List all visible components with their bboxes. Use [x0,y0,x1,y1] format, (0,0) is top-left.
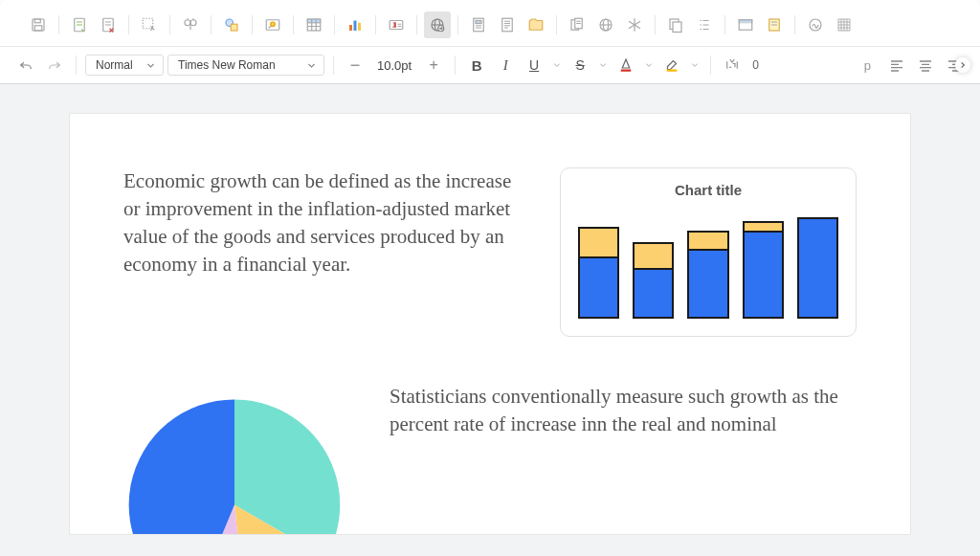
bar-chart-bars [578,217,838,319]
bold-button[interactable]: B [464,53,489,78]
form-icon[interactable] [66,11,93,38]
undo-icon[interactable] [13,53,38,78]
signature-icon[interactable] [802,11,829,38]
bar-3 [687,231,728,319]
svg-rect-35 [667,70,678,72]
svg-rect-31 [739,20,752,23]
font-color-button[interactable] [613,53,638,78]
folder-icon[interactable] [523,11,549,38]
chevron-down-icon [146,61,155,70]
strikethrough-button[interactable]: S [568,53,592,78]
separator [169,15,170,34]
document-page[interactable]: Economic growth can be defined as the in… [69,113,911,535]
bar-4 [743,221,784,319]
bar-5 [797,217,838,319]
separator [375,15,376,34]
svg-rect-2 [34,26,42,31]
separator [457,15,458,34]
paragraph-style-dropdown[interactable]: Normal [85,55,164,76]
remove-formatting-icon[interactable] [95,11,122,38]
font-family-value: Times New Roman [178,58,276,72]
svg-rect-23 [502,18,513,32]
svg-rect-17 [390,21,403,30]
svg-rect-14 [349,25,352,31]
font-color-dropdown-icon[interactable] [642,53,656,78]
separator [655,15,656,34]
svg-rect-13 [307,19,321,23]
insert-textbox-icon[interactable] [383,11,410,38]
svg-rect-16 [358,23,361,31]
insert-table-icon[interactable] [301,11,327,38]
align-center-icon[interactable] [913,53,938,78]
separator [455,56,456,75]
highlight-dropdown-icon[interactable] [688,53,702,78]
embedded-pie-chart[interactable] [123,383,345,534]
redo-icon[interactable] [42,53,67,78]
page-layout-icon[interactable] [465,11,492,38]
underline-button[interactable]: U [522,53,546,78]
decrease-size-icon[interactable]: − [343,53,368,78]
separator [416,15,417,34]
insert-image-icon[interactable] [259,11,286,38]
separator [794,15,795,34]
separator [710,56,711,75]
pages-icon[interactable] [564,11,590,38]
grid-icon[interactable] [831,11,858,38]
list-icon[interactable] [691,11,718,38]
spacing-value: 0 [748,58,763,72]
separator [76,56,77,75]
highlight-button[interactable] [659,53,684,78]
svg-rect-29 [673,22,681,33]
embedded-bar-chart[interactable]: Chart title [560,167,857,337]
paragraph-marker: p [864,58,871,73]
paragraph-style-value: Normal [96,58,133,72]
chart-title: Chart title [578,182,838,198]
find-icon[interactable] [177,11,204,38]
body-paragraph-1[interactable]: Economic growth can be defined as the in… [123,167,525,278]
svg-point-7 [190,20,196,26]
bar-2 [633,242,674,319]
body-paragraph-2[interactable]: Statisticians conventionally measure suc… [390,383,857,438]
svg-point-6 [185,20,190,26]
svg-rect-9 [231,24,237,31]
shapes-icon[interactable] [218,11,245,38]
separator [58,15,59,34]
svg-rect-1 [34,19,40,23]
note-icon[interactable] [761,11,788,38]
document-icon[interactable] [494,11,521,38]
svg-rect-15 [354,21,357,32]
separator [252,15,253,34]
svg-rect-34 [621,70,632,72]
separator [724,15,725,34]
separator [293,15,294,34]
separator [333,56,334,75]
underline-dropdown-icon[interactable] [550,53,564,78]
font-family-dropdown[interactable]: Times New Roman [167,55,324,76]
document-canvas[interactable]: Economic growth can be defined as the in… [0,84,980,556]
main-toolbar [0,0,980,47]
format-toolbar: Normal Times New Roman − 10.0pt + B I U … [0,47,980,84]
svg-rect-22 [476,21,481,24]
separator [334,15,335,34]
align-left-icon[interactable] [884,53,909,78]
insert-hyperlink-icon[interactable] [424,11,451,38]
character-spacing-icon[interactable] [720,53,745,78]
toolbar-overflow-icon[interactable] [955,57,970,73]
separator [556,15,557,34]
font-size-value: 10.0pt [371,58,417,73]
svg-point-11 [271,22,276,27]
copy-icon[interactable] [662,11,689,38]
increase-size-icon[interactable]: + [421,53,446,78]
strike-dropdown-icon[interactable] [596,53,610,78]
chevron-down-icon [307,61,316,70]
select-frame-icon[interactable] [136,11,163,38]
save-icon[interactable] [25,11,52,38]
bar-1 [578,227,619,319]
insert-chart-icon[interactable] [342,11,368,38]
window-icon[interactable] [732,11,759,38]
snowflake-icon[interactable] [621,11,648,38]
italic-button[interactable]: I [493,53,518,78]
separator [211,15,212,34]
globe-icon[interactable] [592,11,619,38]
separator [128,15,129,34]
